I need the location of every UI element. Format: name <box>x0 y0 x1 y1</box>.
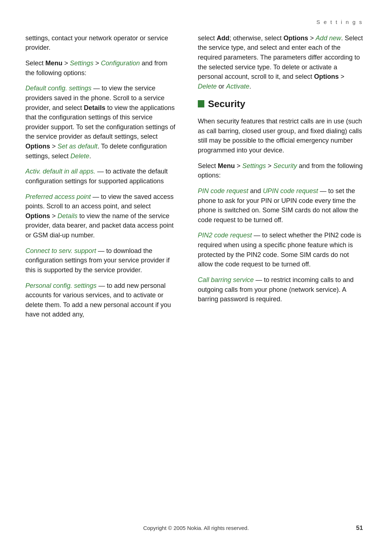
header-settings-label: S e t t i n g s <box>317 18 363 26</box>
right-column: select Add; otherwise, select Options > … <box>194 33 363 325</box>
right-para-intro: select Add; otherwise, select Options > … <box>198 33 363 91</box>
footer-page-number: 51 <box>356 524 363 533</box>
right-para-pin-code: PIN code request and UPIN code request —… <box>198 186 363 225</box>
left-para-2: Select Menu > Settings > Configuration a… <box>25 58 176 78</box>
left-para-1: settings, contact your network operator … <box>25 33 176 53</box>
security-heading-box <box>198 100 204 107</box>
left-para-preferred-access: Preferred access point — to view the sav… <box>25 192 176 240</box>
page-footer: Copyright © 2005 Nokia. All rights reser… <box>0 524 392 532</box>
security-heading-text: Security <box>208 97 245 111</box>
right-para-security-intro: When security features that restrict cal… <box>198 117 363 155</box>
right-para-call-barring: Call barring service — to restrict incom… <box>198 275 363 304</box>
security-section-heading: Security <box>198 97 363 111</box>
right-para-pin2-code: PIN2 code request — to select whether th… <box>198 230 363 269</box>
page-header: S e t t i n g s <box>0 18 392 33</box>
left-para-default-config: Default config. settings — to view the s… <box>25 83 176 161</box>
left-column: settings, contact your network operator … <box>25 33 194 325</box>
left-para-connect-serv: Connect to serv. support — to download t… <box>25 246 176 275</box>
left-para-personal-config: Personal config. settings — to add new p… <box>25 281 176 320</box>
left-para-activ-default: Activ. default in all apps. — to activat… <box>25 167 176 186</box>
footer-copyright: Copyright © 2005 Nokia. All rights reser… <box>29 524 363 532</box>
right-para-select-menu: Select Menu > Settings > Security and fr… <box>198 161 363 180</box>
two-column-layout: settings, contact your network operator … <box>0 33 392 325</box>
page-container: S e t t i n g s settings, contact your n… <box>0 0 392 543</box>
